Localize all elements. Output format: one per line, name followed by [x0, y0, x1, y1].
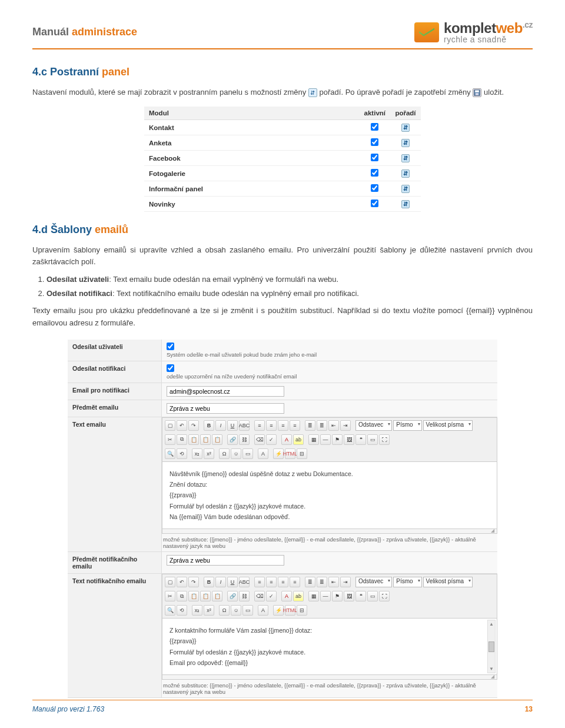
tb-find-icon[interactable]: 🔍: [165, 448, 175, 459]
reorder-arrow-icon[interactable]: ⇵: [401, 139, 410, 147]
tb-redo-icon[interactable]: ↷: [188, 420, 199, 431]
checkbox-send-notif[interactable]: [167, 364, 174, 372]
tb-source-icon[interactable]: ▢: [165, 577, 175, 587]
tb-flash-icon[interactable]: ⚡: [273, 605, 284, 616]
tb-align-center-icon[interactable]: ≡: [266, 577, 277, 587]
tb-image-icon[interactable]: 🖼: [344, 434, 354, 445]
active-checkbox[interactable]: [371, 200, 378, 207]
tb-italic-icon[interactable]: I: [215, 420, 226, 431]
rte-body-1[interactable]: Návštěvník {{jmeno}} odeslal úspěšně dot…: [162, 461, 497, 529]
tb-removeformat-icon[interactable]: ⌫: [254, 434, 265, 445]
tb-source-icon[interactable]: ▢: [165, 420, 175, 431]
tb-outdent-icon[interactable]: ⇤: [328, 420, 339, 431]
tb-replace-icon[interactable]: ⟲: [177, 448, 187, 459]
active-checkbox[interactable]: [371, 138, 378, 146]
tb-unlink-icon[interactable]: ⛓: [239, 591, 250, 601]
tb-list-ul-icon[interactable]: ≣: [317, 420, 327, 431]
tb-hr-icon[interactable]: ―: [320, 591, 331, 601]
tb-anchor-icon[interactable]: ⚑: [332, 591, 343, 601]
tb-textcolor-icon[interactable]: A: [281, 591, 292, 601]
tb-specialchar-icon[interactable]: Ω: [219, 448, 230, 459]
tb-iframe-icon[interactable]: ▭: [242, 448, 253, 459]
reorder-arrow-icon[interactable]: ⇵: [401, 185, 410, 193]
tb-align-left-icon[interactable]: ≡: [254, 420, 265, 431]
tb-paste-text-icon[interactable]: 📋: [200, 591, 211, 601]
tb-quote-icon[interactable]: ❝: [355, 434, 366, 445]
tb-table-icon[interactable]: ▦: [308, 434, 319, 445]
tb-selectall-icon[interactable]: A: [258, 448, 268, 459]
tb-list-ol-icon[interactable]: ≣: [305, 420, 315, 431]
tb-align-right-icon[interactable]: ≡: [278, 420, 288, 431]
tb-quote-icon[interactable]: ❝: [355, 591, 366, 601]
tb-undo-icon[interactable]: ↶: [177, 420, 187, 431]
tb-redo-icon[interactable]: ↷: [188, 577, 199, 587]
tb-smiley-icon[interactable]: ☺: [231, 605, 241, 616]
checkbox-send-user[interactable]: [167, 343, 174, 350]
resize-handle-icon[interactable]: ◢: [162, 529, 497, 534]
tb-sup-icon[interactable]: x²: [204, 448, 214, 459]
tb-align-left-icon[interactable]: ≡: [254, 577, 265, 587]
tb-template-icon[interactable]: ▭: [367, 434, 378, 445]
tb-template-icon[interactable]: ▭: [367, 591, 378, 601]
tb-maximize-icon[interactable]: ⛶: [379, 434, 390, 445]
tb-hr-icon[interactable]: ―: [320, 434, 331, 445]
tb-copy-icon[interactable]: ⧉: [177, 591, 187, 601]
tb-image-icon[interactable]: 🖼: [344, 591, 354, 601]
tb-cut-icon[interactable]: ✂: [165, 591, 175, 601]
active-checkbox[interactable]: [371, 169, 378, 177]
tb-textcolor-icon[interactable]: A: [281, 434, 292, 445]
tb-bold-icon[interactable]: B: [204, 577, 214, 587]
tb-html-icon[interactable]: HTML: [285, 605, 295, 616]
reorder-arrow-icon[interactable]: ⇵: [401, 124, 410, 132]
tb-replace-icon[interactable]: ⟲: [177, 605, 187, 616]
tb-pagebreak-icon[interactable]: ⊟: [297, 605, 307, 616]
tb-table-icon[interactable]: ▦: [308, 591, 319, 601]
tb-maximize-icon[interactable]: ⛶: [379, 591, 390, 601]
tb-paste-icon[interactable]: 📋: [188, 434, 199, 445]
tb-bgcolor-icon[interactable]: ab: [293, 591, 304, 601]
tb-bgcolor-icon[interactable]: ab: [293, 434, 304, 445]
scrollbar[interactable]: ▲▼: [487, 620, 496, 673]
tb-italic-icon[interactable]: I: [215, 577, 226, 587]
tb-underline-icon[interactable]: U: [227, 420, 238, 431]
tb-spellcheck-icon[interactable]: ✓: [266, 434, 277, 445]
input-notif-subject[interactable]: [167, 555, 284, 566]
tb-list-ul-icon[interactable]: ≣: [317, 577, 327, 587]
tb-font-select[interactable]: Písmo: [393, 577, 421, 587]
tb-find-icon[interactable]: 🔍: [165, 605, 175, 616]
tb-align-center-icon[interactable]: ≡: [266, 420, 277, 431]
tb-indent-icon[interactable]: ⇥: [340, 577, 351, 587]
tb-flash-icon[interactable]: ⚡: [273, 448, 284, 459]
tb-undo-icon[interactable]: ↶: [177, 577, 187, 587]
tb-cut-icon[interactable]: ✂: [165, 434, 175, 445]
tb-iframe-icon[interactable]: ▭: [242, 605, 253, 616]
tb-indent-icon[interactable]: ⇥: [340, 420, 351, 431]
tb-removeformat-icon[interactable]: ⌫: [254, 591, 265, 601]
active-checkbox[interactable]: [371, 184, 378, 192]
tb-link-icon[interactable]: 🔗: [227, 434, 238, 445]
tb-style-select[interactable]: Odstavec: [355, 420, 392, 431]
tb-align-right-icon[interactable]: ≡: [278, 577, 288, 587]
tb-pagebreak-icon[interactable]: ⊟: [297, 448, 307, 459]
tb-list-ol-icon[interactable]: ≣: [305, 577, 315, 587]
tb-paste-text-icon[interactable]: 📋: [200, 434, 211, 445]
tb-html-icon[interactable]: HTML: [285, 448, 295, 459]
tb-strike-icon[interactable]: ABC: [239, 577, 250, 587]
tb-unlink-icon[interactable]: ⛓: [239, 434, 250, 445]
tb-align-justify-icon[interactable]: ≡: [290, 577, 300, 587]
reorder-arrow-icon[interactable]: ⇵: [401, 200, 410, 208]
tb-size-select[interactable]: Velikost písma: [423, 577, 473, 587]
tb-paste-word-icon[interactable]: 📋: [212, 434, 222, 445]
tb-selectall-icon[interactable]: A: [258, 605, 268, 616]
tb-font-select[interactable]: Písmo: [393, 420, 421, 431]
resize-handle-icon[interactable]: ◢: [162, 675, 497, 680]
tb-size-select[interactable]: Velikost písma: [423, 420, 473, 431]
tb-style-select[interactable]: Odstavec: [355, 577, 392, 587]
tb-sub-icon[interactable]: x₂: [192, 605, 202, 616]
tb-copy-icon[interactable]: ⧉: [177, 434, 187, 445]
tb-smiley-icon[interactable]: ☺: [231, 448, 241, 459]
input-notif-email[interactable]: [167, 386, 284, 397]
input-subject[interactable]: [167, 403, 284, 414]
active-checkbox[interactable]: [371, 123, 378, 131]
tb-specialchar-icon[interactable]: Ω: [219, 605, 230, 616]
